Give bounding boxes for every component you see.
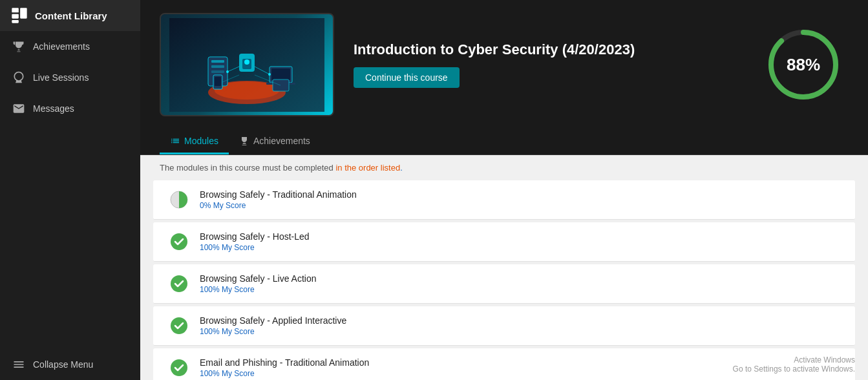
svg-rect-0 [12,8,18,12]
tab-modules-label: Modules [184,136,218,146]
module-info: Email and Phishing - Traditional Animati… [200,357,840,378]
content-library-icon [10,6,28,25]
module-name: Browsing Safely - Applied Interactive [200,315,840,326]
module-name: Email and Phishing - Traditional Animati… [200,357,840,368]
module-status-icon [169,315,189,336]
progress-area: 88% [765,26,842,103]
live-sessions-icon [12,71,25,84]
continue-button[interactable]: Continue this course [354,67,460,88]
sidebar: Content Library Achievements Live Sessio… [0,0,140,380]
module-name: Browsing Safely - Traditional Animation [200,189,840,200]
svg-rect-11 [211,60,224,63]
module-score: 100% My Score [200,369,840,378]
collapse-icon [12,358,25,371]
module-status-icon [169,231,189,252]
svg-rect-1 [12,14,18,19]
module-info: Browsing Safely - Traditional Animation … [200,189,840,210]
notice-bar: The modules in this course must be compl… [140,155,868,180]
progress-value: 88% [787,55,820,75]
module-name: Browsing Safely - Host-Led [200,231,840,242]
main-content: Introduction to Cyber Security (4/20/202… [140,0,868,380]
module-score: 100% My Score [200,243,840,252]
course-thumbnail [160,13,334,116]
svg-point-32 [171,359,187,376]
sidebar-item-collapse[interactable]: Collapse Menu [0,349,140,380]
modules-icon [170,136,180,146]
tab-achievements[interactable]: Achievements [229,129,321,154]
table-row[interactable]: Email and Phishing - Traditional Animati… [153,348,855,380]
svg-rect-12 [211,65,224,68]
notice-text: The modules in this course must be compl… [160,163,403,173]
module-status-icon [169,273,189,294]
notice-period: . [400,163,403,173]
module-status-icon [169,189,189,210]
progress-circle: 88% [765,26,842,103]
hero-section: Introduction to Cyber Security (4/20/202… [140,0,868,129]
thumbnail-image [161,14,333,115]
messages-label: Messages [33,103,74,114]
svg-rect-13 [211,70,224,73]
module-score: 100% My Score [200,285,840,294]
messages-icon [12,102,25,115]
module-score: 0% My Score [200,201,840,210]
collapse-label: Collapse Menu [33,359,93,370]
svg-point-25 [268,73,271,76]
svg-rect-18 [215,77,221,86]
module-info: Browsing Safely - Host-Led 100% My Score [200,231,840,252]
modules-list: Browsing Safely - Traditional Animation … [140,180,868,380]
sidebar-title: Content Library [35,10,107,21]
svg-rect-2 [12,20,18,23]
achievements-label: Achievements [33,41,90,52]
sidebar-item-live-sessions[interactable]: Live Sessions [0,62,140,93]
table-row[interactable]: Browsing Safely - Traditional Animation … [153,180,855,220]
svg-point-24 [226,70,229,73]
svg-point-29 [171,233,187,250]
tab-achievements-label: Achievements [253,136,310,146]
table-row[interactable]: Browsing Safely - Host-Led 100% My Score [153,222,855,262]
svg-rect-3 [20,8,26,18]
svg-point-9 [244,59,249,65]
sidebar-header: Content Library [0,0,140,31]
live-sessions-label: Live Sessions [33,72,89,83]
svg-rect-19 [273,79,289,91]
notice-emphasis: in the order listed [335,163,400,173]
tabs-bar: Modules Achievements [140,129,868,155]
content-area: The modules in this course must be compl… [140,155,868,380]
table-row[interactable]: Browsing Safely - Applied Interactive 10… [153,306,855,346]
module-name: Browsing Safely - Live Action [200,273,840,284]
module-info: Browsing Safely - Live Action 100% My Sc… [200,273,840,294]
tab-modules[interactable]: Modules [160,129,229,154]
achievements-tab-icon [239,136,249,146]
module-info: Browsing Safely - Applied Interactive 10… [200,315,840,336]
module-status-icon [169,357,189,378]
svg-point-30 [171,275,187,292]
table-row[interactable]: Browsing Safely - Live Action 100% My Sc… [153,264,855,304]
sidebar-item-achievements[interactable]: Achievements [0,31,140,62]
module-score: 100% My Score [200,327,840,336]
svg-point-31 [171,317,187,334]
sidebar-item-messages[interactable]: Messages [0,93,140,124]
trophy-icon [12,40,25,53]
svg-rect-15 [271,69,290,80]
